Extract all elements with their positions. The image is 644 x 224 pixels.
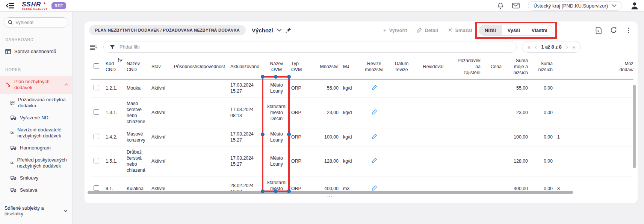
cell-suma_moje: 400,00 xyxy=(505,177,531,191)
cell-suma_moje: 55,00 xyxy=(505,79,531,98)
saved-filters-icon[interactable]: a xyxy=(90,44,97,50)
cell-nazev_cnd: Kulatina xyxy=(125,177,150,191)
table-row[interactable]: 1.2.1.MoukaAktivní17.03.2024 15:27Město … xyxy=(91,79,633,98)
column-header-label: Aktualizováno xyxy=(230,64,259,69)
messages-mail-icon[interactable] xyxy=(512,3,520,9)
detail-button[interactable]: Detail xyxy=(417,27,438,33)
expand-more-handle[interactable]: ⋯ xyxy=(327,193,333,200)
prev-page-icon[interactable]: ‹ xyxy=(535,44,537,50)
pin-icon[interactable] xyxy=(286,27,291,33)
cell-revidoval xyxy=(415,146,451,177)
column-header-label: Působnost/Odpovědnost xyxy=(174,64,225,69)
table-row[interactable]: 1.4.2.Masové konzervyAktivní17.03.2024 1… xyxy=(91,128,633,146)
user-avatar[interactable] xyxy=(630,2,639,10)
table-row[interactable]: 1.3.1.Maso čerstvé nebo chlazenéAktivní1… xyxy=(91,98,633,128)
sort-icon[interactable] xyxy=(118,58,123,62)
section-label-dashboard: DASHBOARD xyxy=(5,37,68,42)
sidebar-item-sprava-dashboardu[interactable]: Správa dashboardů xyxy=(4,46,68,58)
cell-revize_mnozstvi xyxy=(360,79,388,98)
cell-kod_cnd: 1.5.1. xyxy=(104,146,125,177)
delete-button[interactable]: ✕ Smazat xyxy=(448,27,472,34)
sidebar-item-harmonogram[interactable]: Harmonogram xyxy=(4,142,68,154)
row-checkbox[interactable] xyxy=(94,158,99,163)
sidebar-search[interactable] xyxy=(4,17,68,27)
sidebar-item-navrzeni-dodavatele[interactable]: Navržení dodavatelé nezbytných dodávek xyxy=(4,124,68,142)
refresh-icon[interactable] xyxy=(610,27,617,34)
row-checkbox[interactable] xyxy=(94,85,99,90)
cell-nazev_cnd: Maso čerstvé nebo chlazené xyxy=(125,98,150,128)
sidebar-item-plan-nezbytnych-dodavek[interactable]: Plán nezbytných dodávek xyxy=(0,76,72,94)
plus-icon: + xyxy=(383,27,387,34)
create-button[interactable]: + Vytvořit xyxy=(383,27,407,34)
add-filter-field[interactable] xyxy=(103,41,517,53)
edit-quantity-pencil-icon[interactable] xyxy=(372,158,377,163)
row-checkbox[interactable] xyxy=(94,185,99,191)
chevron-down-icon[interactable] xyxy=(277,29,282,32)
cell-nazev_ovm: Město Louny xyxy=(263,128,290,146)
detail-button-label: Detail xyxy=(425,27,438,33)
excel-export-icon[interactable]: x xyxy=(596,27,602,34)
svg-text:a: a xyxy=(95,44,97,46)
kebab-menu-icon[interactable]: ⋮ xyxy=(625,26,632,34)
sidebar-item-sestava[interactable]: Sestava xyxy=(4,184,68,196)
cell-typ_ovm: ORP xyxy=(290,146,312,177)
sidebar-item-label: Přehled poskytovaných nezbytných dodávek xyxy=(17,157,67,169)
select-all-header xyxy=(91,55,104,79)
cell-nazev_cnd: Mouka xyxy=(125,79,150,98)
cell-aktualizovano: 28.02.2024 13:23 xyxy=(229,177,263,191)
cell-datum_revize xyxy=(388,177,415,191)
vertical-scrollbar[interactable] xyxy=(633,85,636,168)
table-row[interactable]: 1.5.1.Drůbež čerstvá nebo chlazenáAktivn… xyxy=(91,146,633,177)
dashboard-icon xyxy=(5,49,11,54)
last-page-icon[interactable]: » xyxy=(572,44,575,50)
segment-vyssi[interactable]: Vyšší xyxy=(502,25,526,35)
sidebar-item-label: Sestava xyxy=(20,187,37,193)
sidebar-item-smlouvy[interactable]: Smlouvy xyxy=(4,172,68,184)
notifications-bell-icon[interactable] xyxy=(497,2,504,9)
segment-nizsi[interactable]: Nižší xyxy=(479,25,502,35)
cell-cena xyxy=(484,177,505,191)
app-screen: SSHR ▲ ČESKÉ REZERVY REF Boční panel Úst… xyxy=(0,0,644,224)
select-all-checkbox[interactable] xyxy=(94,63,99,69)
sidebar-item-sdilene-subjekty[interactable]: Sdílené subjekty a číselníky xyxy=(4,202,68,219)
column-header-revize_mnozstvi: Revize množství xyxy=(360,55,388,79)
app-logo[interactable]: SSHR ▲ ČESKÉ REZERVY xyxy=(22,1,48,11)
cell-revidoval xyxy=(415,128,451,146)
cell-mozni_dodavatele xyxy=(556,146,633,177)
edit-quantity-pencil-icon[interactable] xyxy=(372,185,377,191)
sidebar-item-vyrazene-nd[interactable]: Vyřazené ND xyxy=(4,112,68,124)
column-header-label: Název CND xyxy=(127,61,140,72)
organization-selector[interactable]: Ústecký kraj (PND.KU.Supervizor) xyxy=(528,1,622,11)
table-row[interactable]: 9.1.KulatinaAktivní28.02.2024 13:23Statu… xyxy=(91,177,633,191)
next-page-icon[interactable]: › xyxy=(566,44,568,50)
first-page-icon[interactable]: « xyxy=(528,44,531,50)
sidebar-collapse-icon[interactable] xyxy=(5,1,15,10)
truck-icon xyxy=(11,115,17,120)
cell-select xyxy=(91,177,104,191)
segment-vlastni[interactable]: Vlastní xyxy=(526,25,553,35)
cell-typ_ovm: ORP xyxy=(290,177,312,191)
column-header-label: Suma nižších xyxy=(538,61,553,72)
cell-cena xyxy=(484,79,505,98)
table-header-row: Kód CNDNázev CNDStavPůsobnost/Odpovědnos… xyxy=(91,55,633,79)
row-checkbox[interactable] xyxy=(94,134,99,139)
cell-mnozstvi: 55,00 xyxy=(312,79,342,98)
cell-pusobnost xyxy=(172,128,229,146)
cell-mozni_dodavatele: 1 xyxy=(556,128,633,146)
view-selector[interactable]: Výchozí xyxy=(252,27,273,34)
sidebar-search-input[interactable] xyxy=(15,20,60,25)
edit-quantity-pencil-icon[interactable] xyxy=(372,109,377,115)
sidebar-item-prehled-poskytovanych[interactable]: Přehled poskytovaných nezbytných dodávek xyxy=(4,154,68,172)
edit-quantity-pencil-icon[interactable] xyxy=(372,134,377,139)
cell-pozadavek xyxy=(451,146,484,177)
row-checkbox[interactable] xyxy=(94,109,99,115)
cell-mnozstvi: 100,00 xyxy=(312,128,342,146)
cell-cena xyxy=(484,128,505,146)
cell-pusobnost xyxy=(172,79,229,98)
add-filter-input[interactable] xyxy=(119,44,458,50)
cell-pusobnost xyxy=(172,98,229,128)
sidebar: DASHBOARD Správa dashboardů HOPKS Plán n… xyxy=(0,12,73,224)
cell-suma_moje: 23,00 xyxy=(505,98,531,128)
edit-quantity-pencil-icon[interactable] xyxy=(372,85,377,90)
sidebar-item-pozadovana-nezbytna-dodavka[interactable]: Požadovaná nezbytná dodávka xyxy=(4,94,68,112)
